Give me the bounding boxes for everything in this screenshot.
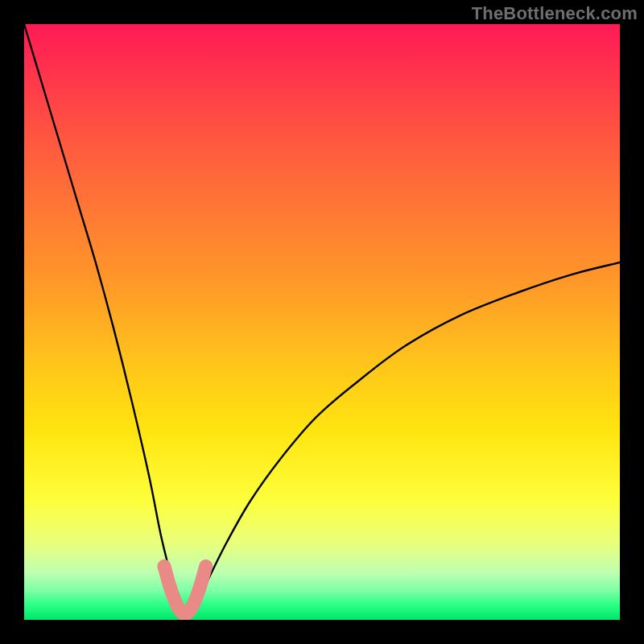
bottleneck-curve — [24, 24, 620, 620]
highlight-segment — [164, 566, 206, 613]
plot-area — [24, 24, 620, 620]
curve-svg — [24, 24, 620, 620]
chart-frame: TheBottleneck.com — [0, 0, 644, 644]
watermark-text: TheBottleneck.com — [472, 3, 638, 24]
